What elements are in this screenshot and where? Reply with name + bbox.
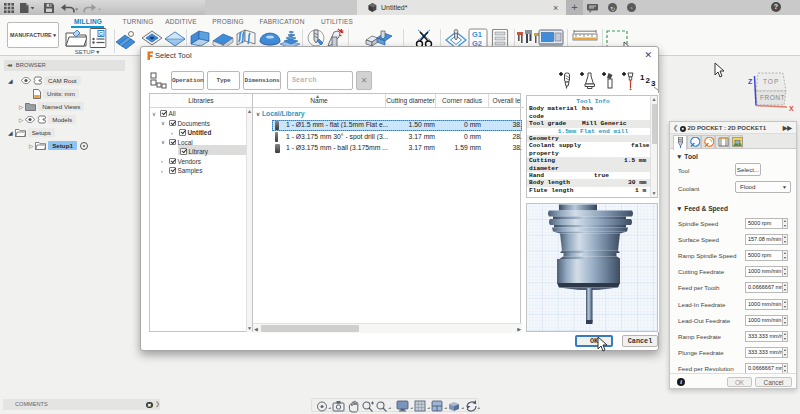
svg-text:FRONT: FRONT (760, 94, 785, 101)
svg-text:G: G (99, 31, 103, 37)
svg-text:3: 3 (651, 79, 656, 88)
svg-text:2: 2 (646, 76, 651, 85)
svg-text:X: X (789, 105, 794, 112)
svg-text:Z: Z (748, 78, 753, 85)
svg-text:1: 1 (640, 73, 645, 82)
svg-text:TOP: TOP (763, 78, 779, 85)
svg-text:G1: G1 (472, 30, 482, 39)
